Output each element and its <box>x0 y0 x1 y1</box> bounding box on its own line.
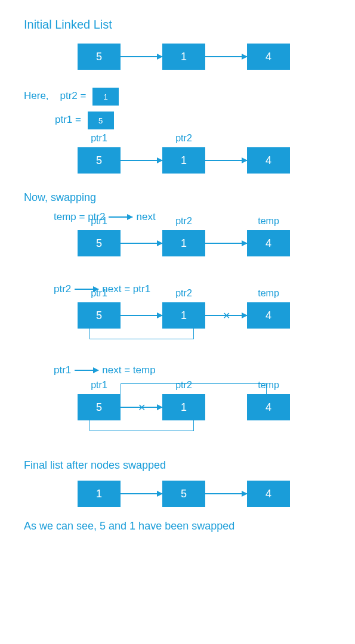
node-value: 5 <box>96 401 102 414</box>
step2-list: ptr1 5 ptr2 1 temp 4 <box>78 302 331 329</box>
node-ptr1: ptr1 5 <box>78 147 121 174</box>
node-value: 5 <box>96 237 102 250</box>
next-eq-temp-label: next = temp <box>102 364 155 376</box>
temp-label: temp <box>258 288 279 299</box>
node: 1 <box>78 481 121 507</box>
arrow-icon <box>109 216 132 218</box>
node-ptr1: ptr1 5 <box>78 394 121 420</box>
here-line: Here, ptr2 = 1 <box>24 88 331 106</box>
node-ptr2: ptr2 1 <box>162 147 205 174</box>
ptr2-eq-label: ptr2 = <box>60 90 86 101</box>
labeled-list-1: ptr1 5 ptr2 1 4 <box>78 147 331 174</box>
arrow-crossed-icon <box>205 315 247 316</box>
arrow-icon <box>121 315 162 316</box>
node: 4 <box>247 44 290 70</box>
arrow-icon <box>121 243 162 244</box>
initial-list: 5 1 4 <box>78 44 331 70</box>
arrow-crossed-icon <box>121 407 162 408</box>
node-small: 1 <box>92 88 119 106</box>
arrow-icon <box>205 243 247 244</box>
node-ptr2: ptr2 1 <box>162 302 205 329</box>
ptr1-label: ptr1 <box>91 216 107 227</box>
node-value: 4 <box>266 237 271 250</box>
next-eq-ptr1-label: next = ptr1 <box>102 283 150 295</box>
node-ptr1: ptr1 5 <box>78 302 121 329</box>
arrow-icon <box>121 56 162 57</box>
arrow-icon <box>205 56 247 57</box>
node-ptr2: ptr2 1 <box>162 230 205 256</box>
ptr2-label: ptr2 <box>175 216 192 227</box>
step3-text: ptr1 next = temp <box>54 364 331 376</box>
node: 4 <box>247 481 290 507</box>
final-list: 1 5 4 <box>78 481 331 507</box>
node-ptr1: ptr1 5 <box>78 230 121 256</box>
node-small: 5 <box>88 112 114 129</box>
arrow-icon <box>205 160 247 161</box>
next-label: next <box>136 211 155 223</box>
ptr2-label: ptr2 <box>175 133 192 144</box>
ptr1-label: ptr1 <box>91 380 107 391</box>
ptr1-line: ptr1 = 5 <box>55 112 331 129</box>
step3-list: ptr1 5 ptr2 1 temp 4 <box>78 394 331 420</box>
ptr1-label: ptr1 <box>54 364 71 376</box>
node-value: 1 <box>181 237 187 250</box>
node-value: 1 <box>181 309 187 322</box>
arrow-icon <box>121 160 162 161</box>
swapping-heading: Now, swapping <box>24 191 331 204</box>
top-arrow-icon <box>121 383 267 394</box>
node: 5 <box>162 481 205 507</box>
node-temp: temp 4 <box>247 302 290 329</box>
initial-heading: Initial Linked List <box>24 18 331 32</box>
node: 1 <box>162 44 205 70</box>
final-heading: Final list after nodes swapped <box>24 459 331 472</box>
step1-list: ptr1 5 ptr2 1 temp 4 <box>78 230 331 256</box>
arrow-icon <box>75 370 98 371</box>
here-label: Here, <box>24 90 49 101</box>
ptr1-label: ptr1 <box>91 288 107 299</box>
arrow-icon <box>205 493 247 494</box>
node-value: 4 <box>266 309 271 322</box>
ptr2-label: ptr2 <box>175 288 192 299</box>
node-value: 4 <box>266 401 271 414</box>
conclusion-text: As we can see, 5 and 1 have been swapped <box>24 520 331 532</box>
node: 5 <box>78 44 121 70</box>
node-value: 5 <box>96 154 102 167</box>
node-value: 5 <box>96 309 102 322</box>
back-arrow-icon <box>89 329 194 339</box>
ptr2-label: ptr2 <box>54 283 71 295</box>
node-temp: temp 4 <box>247 230 290 256</box>
node-value: 1 <box>181 154 187 167</box>
node: 4 <box>247 147 290 174</box>
ptr1-label: ptr1 <box>91 133 107 144</box>
back-arrow-icon <box>89 420 194 431</box>
arrow-icon <box>121 493 162 494</box>
node-ptr2: ptr2 1 <box>162 394 205 420</box>
ptr1-eq-label: ptr1 = <box>55 114 81 125</box>
temp-label: temp <box>258 216 279 227</box>
node-value: 1 <box>181 401 187 414</box>
